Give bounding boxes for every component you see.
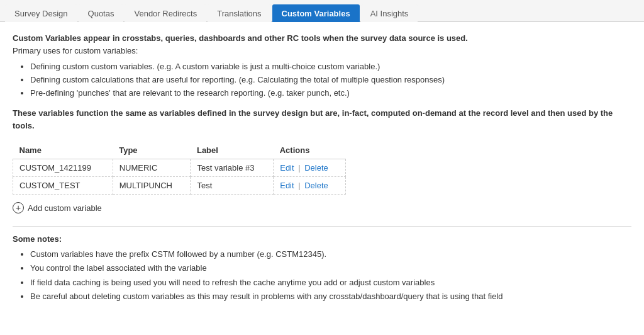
- action-separator: |: [296, 181, 303, 190]
- intro-bullet-3: Pre-defining 'punches' that are relevant…: [30, 87, 631, 100]
- note-4: Be careful about deleting custom variabl…: [30, 290, 631, 304]
- divider: [13, 226, 631, 227]
- notes-bullets: Custom variables have the prefix CSTM fo…: [30, 247, 631, 303]
- action-separator: |: [296, 163, 303, 173]
- intro-block: Custom Variables appear in crosstabs, qu…: [13, 32, 631, 99]
- tab-custom-variables[interactable]: Custom Variables: [272, 4, 360, 22]
- note-1: Custom variables have the prefix CSTM fo…: [30, 247, 631, 261]
- tab-survey-design[interactable]: Survey Design: [5, 4, 77, 22]
- cell-name: CUSTOM_TEST: [13, 177, 113, 195]
- bold-statement: These variables function the same as var…: [13, 107, 631, 132]
- table-row: CUSTOM_1421199NUMERICTest variable #3Edi…: [13, 159, 346, 177]
- add-variable-label: Add custom variable: [28, 203, 102, 213]
- tab-translations[interactable]: Translations: [208, 4, 270, 22]
- intro-bullets: Defining custom custom variables. (e.g. …: [30, 60, 631, 99]
- tab-quotas[interactable]: Quotas: [79, 4, 124, 22]
- notes-title: Some notes:: [13, 234, 631, 244]
- col-header-name: Name: [13, 142, 113, 159]
- tab-bar: Survey Design Quotas Vendor Redirects Tr…: [0, 0, 644, 22]
- note-3: If field data caching is being used you …: [30, 276, 631, 290]
- main-content: Custom Variables appear in crosstabs, qu…: [0, 22, 644, 314]
- intro-bullet-2: Defining custom calculations that are us…: [30, 74, 631, 87]
- col-header-type: Type: [113, 142, 191, 159]
- col-header-label: Label: [191, 142, 274, 159]
- cell-actions: Edit | Delete: [274, 177, 346, 195]
- cell-label: Test: [191, 177, 274, 195]
- note-2: You control the label associated with th…: [30, 261, 631, 275]
- intro-line1: Custom Variables appear in crosstabs, qu…: [13, 33, 468, 43]
- tab-vendor-redirects[interactable]: Vendor Redirects: [125, 4, 206, 22]
- plus-circle-icon: +: [13, 202, 24, 213]
- tab-ai-insights[interactable]: AI Insights: [361, 4, 418, 22]
- cell-label: Test variable #3: [191, 159, 274, 177]
- delete-link[interactable]: Delete: [304, 181, 328, 190]
- cell-type: MULTIPUNCH: [113, 177, 191, 195]
- edit-link[interactable]: Edit: [280, 163, 294, 173]
- delete-link[interactable]: Delete: [304, 163, 328, 173]
- table-row: CUSTOM_TESTMULTIPUNCHTestEdit | Delete: [13, 177, 346, 195]
- custom-variables-table: Name Type Label Actions CUSTOM_1421199NU…: [13, 142, 346, 195]
- notes-section: Some notes: Custom variables have the pr…: [13, 234, 631, 303]
- intro-bullet-1: Defining custom custom variables. (e.g. …: [30, 60, 631, 74]
- cell-type: NUMERIC: [113, 159, 191, 177]
- cell-name: CUSTOM_1421199: [13, 159, 113, 177]
- col-header-actions: Actions: [274, 142, 346, 159]
- add-custom-variable-button[interactable]: + Add custom variable: [13, 202, 631, 213]
- cell-actions: Edit | Delete: [274, 159, 346, 177]
- intro-line2: Primary uses for custom variables:: [13, 46, 138, 55]
- edit-link[interactable]: Edit: [280, 181, 294, 190]
